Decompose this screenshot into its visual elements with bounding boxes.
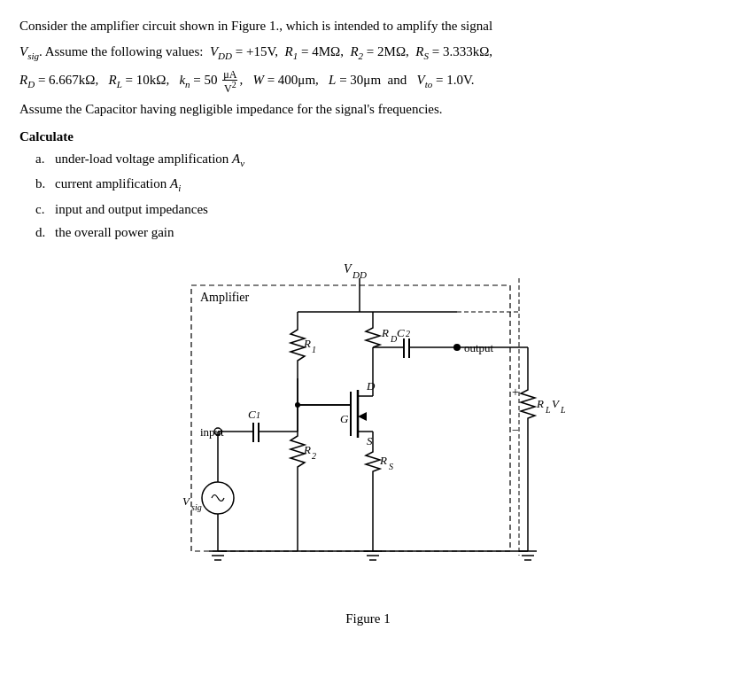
rl-sub: L xyxy=(117,80,122,90)
list-item-a: a. under-load voltage amplification Av xyxy=(35,148,717,172)
list-letter-c: c. xyxy=(35,198,55,220)
list-text-c: input and output impedances xyxy=(55,198,208,220)
rd-sub: D xyxy=(27,80,35,90)
circuit-diagram: Amplifier V DD R 1 R 2 D xyxy=(120,259,616,604)
amplifier-label: Amplifier xyxy=(200,291,250,304)
vsig-sine xyxy=(212,494,224,501)
mosfet-arrow xyxy=(358,412,367,421)
rs-label-text: R xyxy=(379,454,387,467)
r1-label-sub: 1 xyxy=(312,345,316,354)
calculate-heading: Calculate xyxy=(19,129,717,144)
vsig-sub: sig xyxy=(27,51,39,61)
vto-label: V xyxy=(416,74,424,88)
vto-sub: to xyxy=(425,80,433,90)
figure-container: Amplifier V DD R 1 R 2 D xyxy=(19,259,717,626)
c1-label: C xyxy=(248,408,256,421)
c1-sub: 1 xyxy=(256,410,260,420)
list-text-a: under-load voltage amplification Av xyxy=(55,148,244,172)
rl-label-text: R xyxy=(536,397,544,410)
r2-label: R xyxy=(350,44,358,58)
list-item-b: b. current amplification Ai xyxy=(35,173,717,197)
r1-resistor xyxy=(291,312,305,378)
r1-label: R xyxy=(285,44,293,58)
rl-resistor xyxy=(521,387,535,436)
list-item-c: c. input and output impedances xyxy=(35,198,717,220)
rd-label: R xyxy=(19,74,27,88)
w-label: W xyxy=(252,74,264,88)
list-text-d: the overall power gain xyxy=(55,222,174,243)
vdd-label: V xyxy=(210,44,218,58)
rd-label-text: R xyxy=(381,326,389,339)
r2-label-text: R xyxy=(303,443,311,456)
list-letter-d: d. xyxy=(35,222,55,243)
vdd-top-label: V xyxy=(344,262,353,276)
r2-sub: 2 xyxy=(359,51,364,61)
kn-sub: n xyxy=(185,80,190,90)
g-label: G xyxy=(340,412,349,425)
rl-label-sub: L xyxy=(545,405,551,415)
intro-line3: RD = 6.667kΩ, RL = 10kΩ, kn = 50 μA V2 ,… xyxy=(19,69,717,94)
rs-label-sub: S xyxy=(389,462,393,471)
intro-line2: Vsig. Assume the following values: VDD =… xyxy=(19,42,717,64)
list-letter-b: b. xyxy=(35,173,55,194)
vdd-sub: DD xyxy=(218,51,232,61)
vsig-label: V xyxy=(182,494,191,508)
intro-line1: Consider the amplifier circuit shown in … xyxy=(19,16,717,36)
figure-label: Figure 1 xyxy=(345,611,390,626)
l-label: L xyxy=(329,74,336,88)
vsig-label: V xyxy=(19,44,27,58)
r2-resistor xyxy=(291,432,305,498)
c2-label: C xyxy=(397,326,405,339)
r1-sub: 1 xyxy=(293,51,298,61)
vsig-sub: sig xyxy=(191,502,202,512)
r1-label-text: R xyxy=(303,337,311,350)
s-label: S xyxy=(367,434,373,447)
vl-label: V xyxy=(552,397,561,410)
vl-sub: L xyxy=(560,405,566,415)
list-text-b: current amplification Ai xyxy=(55,173,181,197)
rs-resistor xyxy=(366,449,380,489)
plus-sign: + xyxy=(512,385,519,399)
r2-label-sub: 2 xyxy=(312,451,316,461)
intro-line4: Assume the Capacitor having negligible i… xyxy=(19,99,717,120)
list-item-d: d. the overall power gain xyxy=(35,222,717,243)
problem-text: Consider the amplifier circuit shown in … xyxy=(19,16,717,243)
kn-fraction: μA V2 xyxy=(222,69,237,94)
minus-sign: − xyxy=(512,424,519,437)
rl-label: R xyxy=(108,74,116,88)
c2-sub: 2 xyxy=(406,329,410,338)
rs-sub: S xyxy=(423,51,429,61)
d-label: D xyxy=(366,379,376,393)
list-letter-a: a. xyxy=(35,148,55,169)
rd-resistor xyxy=(366,325,380,347)
problem-list: a. under-load voltage amplification Av b… xyxy=(35,148,717,243)
